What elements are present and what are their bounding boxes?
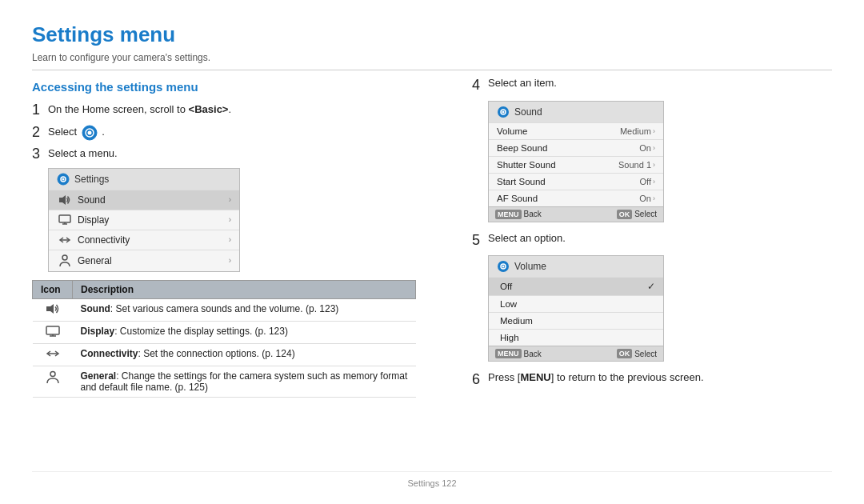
sound-item-af[interactable]: AF Sound On › — [489, 190, 663, 206]
menu-item-display-label: Display — [78, 214, 229, 226]
sound-item-beep-label: Beep Sound — [497, 143, 639, 153]
table-cell-sound-desc: Sound: Set various camera sounds and the… — [73, 298, 416, 321]
step-1-text: On the Home screen, scroll to <Basic>. — [48, 102, 231, 117]
step-5-text: Select an option. — [488, 232, 566, 244]
select-label: Select — [634, 210, 657, 218]
menu-key-label: MENU — [495, 210, 522, 219]
sound-menu-box: Sound Volume Medium › Beep Sound On › Sh… — [488, 101, 664, 222]
ok-select-btn: OK Select — [617, 210, 657, 219]
left-column: Accessing the settings menu 1 On the Hom… — [32, 77, 448, 468]
menu-box-header: Settings — [49, 169, 239, 190]
volume-box-header: Volume — [489, 256, 663, 277]
connectivity-table-icon — [46, 348, 60, 359]
icon-description-table: Icon Description Sound: Set v — [32, 280, 416, 398]
svg-marker-6 — [59, 195, 66, 205]
sound-item-beep[interactable]: Beep Sound On › — [489, 139, 663, 156]
volume-ok-key-label: OK — [617, 349, 633, 358]
volume-low-label: Low — [500, 299, 655, 309]
menu-item-connectivity[interactable]: Connectivity › — [49, 230, 239, 250]
speaker-icon — [58, 194, 71, 206]
right-column: 4 Select an item. Sound Volume Medium › — [472, 77, 832, 468]
menu-item-connectivity-label: Connectivity — [78, 234, 229, 246]
table-cell-sound-icon — [33, 298, 73, 321]
volume-box-camera-icon — [497, 260, 510, 273]
step-6-num: 6 — [472, 371, 483, 389]
step-4: 4 Select an item. — [472, 77, 832, 94]
volume-off-label: Off — [500, 282, 647, 291]
svg-marker-12 — [46, 304, 54, 314]
volume-high-label: High — [500, 333, 655, 342]
step-6-text: Press [MENU] to return to the previous s… — [488, 371, 704, 383]
connectivity-icon — [57, 234, 73, 246]
svg-point-11 — [62, 255, 67, 260]
back-label: Back — [524, 210, 542, 218]
table-cell-general-desc: General: Change the settings for the cam… — [73, 366, 416, 397]
step-1: 1 On the Home screen, scroll to <Basic>. — [32, 102, 448, 119]
general-arrow-icon: › — [229, 256, 231, 265]
general-table-icon — [46, 370, 59, 383]
menu-back-btn: MENU Back — [495, 210, 542, 219]
sound-item-volume-value: Medium — [620, 126, 651, 136]
display-table-icon — [46, 326, 60, 337]
volume-item-low[interactable]: Low — [489, 295, 663, 312]
volume-menu-key-label: MENU — [495, 349, 522, 358]
table-row: Sound: Set various camera sounds and the… — [33, 298, 416, 321]
menu-item-display[interactable]: Display › — [49, 210, 239, 230]
svg-point-20 — [502, 110, 505, 113]
shutter-arrow-icon: › — [653, 161, 655, 169]
table-row: Display: Customize the display settings.… — [33, 321, 416, 343]
sound-item-start[interactable]: Start Sound Off › — [489, 173, 663, 190]
step-1-num: 1 — [32, 102, 43, 119]
menu-item-general-label: General — [78, 255, 229, 266]
af-arrow-icon: › — [653, 194, 655, 202]
svg-rect-13 — [46, 326, 59, 334]
svg-point-2 — [87, 130, 91, 134]
beep-arrow-icon: › — [653, 144, 655, 152]
connectivity-arrow-icon: › — [229, 235, 231, 244]
volume-menu-box: Volume Off ✓ Low Medium High MENU — [488, 255, 664, 362]
table-cell-connectivity-desc: Connectivity: Set the connection options… — [73, 343, 416, 366]
table-row: General: Change the settings for the cam… — [33, 366, 416, 397]
step-5-num: 5 — [472, 232, 483, 250]
display-arrow-icon: › — [229, 215, 231, 224]
sound-arrow-icon: › — [229, 195, 231, 204]
table-cell-general-icon — [33, 366, 73, 397]
sound-item-volume[interactable]: Volume Medium › — [489, 122, 663, 139]
step-2: 2 Select . — [32, 124, 448, 142]
svg-point-23 — [502, 266, 505, 268]
table-cell-connectivity-icon — [33, 343, 73, 366]
sound-item-beep-value: On — [639, 143, 651, 153]
page: Settings menu Learn to configure your ca… — [0, 0, 864, 504]
volume-box-footer: MENU Back OK Select — [489, 346, 663, 361]
volume-ok-select-btn: OK Select — [617, 349, 657, 358]
volume-select-label: Select — [634, 350, 657, 358]
volume-back-label: Back — [524, 350, 542, 358]
camera-icon — [82, 125, 98, 141]
sound-item-start-label: Start Sound — [497, 177, 640, 186]
volume-item-off[interactable]: Off ✓ — [489, 277, 663, 295]
step-3: 3 Select a menu. — [32, 146, 448, 163]
step-6: 6 Press [MENU] to return to the previous… — [472, 371, 832, 389]
sound-item-start-value: Off — [640, 177, 651, 186]
step-3-text: Select a menu. — [48, 146, 118, 161]
svg-point-17 — [50, 371, 55, 376]
menu-item-sound-label: Sound — [78, 194, 229, 206]
table-header-description: Description — [73, 280, 416, 298]
step-5: 5 Select an option. — [472, 232, 832, 250]
volume-item-high[interactable]: High — [489, 329, 663, 346]
step-2-text: Select . — [48, 124, 105, 141]
menu-item-sound[interactable]: Sound › — [49, 190, 239, 210]
table-cell-display-desc: Display: Customize the display settings.… — [73, 321, 416, 343]
page-title: Settings menu — [32, 22, 832, 47]
svg-rect-7 — [59, 215, 70, 222]
person-icon — [59, 254, 70, 267]
volume-arrow-icon: › — [653, 127, 655, 135]
menu-item-general[interactable]: General › — [49, 250, 239, 271]
arrows-icon — [58, 234, 71, 246]
volume-item-medium[interactable]: Medium — [489, 312, 663, 329]
svg-point-5 — [62, 178, 65, 180]
sound-item-shutter-value: Sound 1 — [618, 160, 651, 170]
table-header-icon: Icon — [33, 280, 73, 298]
sound-item-shutter[interactable]: Shutter Sound Sound 1 › — [489, 156, 663, 173]
step-4-text: Select an item. — [488, 77, 557, 89]
